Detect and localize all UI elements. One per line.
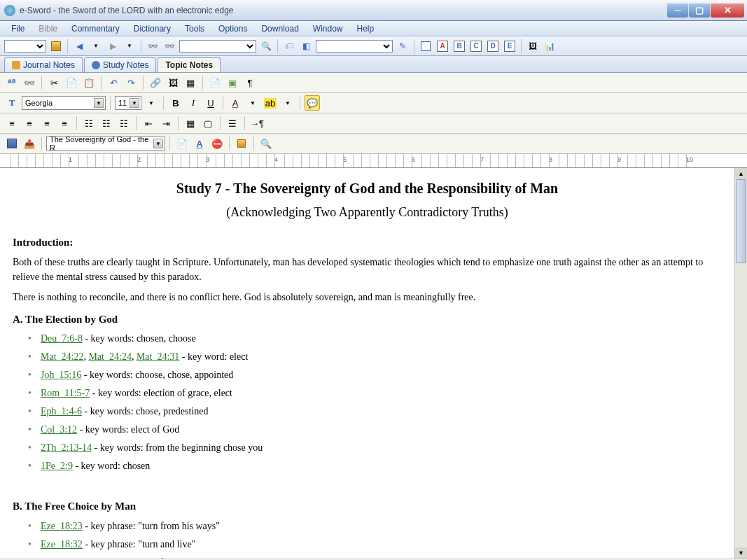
maximize-button[interactable]: ▢: [689, 4, 710, 18]
italic-button[interactable]: I: [186, 95, 201, 111]
close-button[interactable]: ✕: [711, 4, 744, 18]
search-go-icon[interactable]: 🔍: [259, 39, 273, 53]
font-family-combo[interactable]: Georgia ▼: [22, 96, 106, 110]
scripture-link[interactable]: Col_3:12: [41, 424, 77, 435]
chevron-down-icon[interactable]: ▼: [94, 98, 104, 108]
nav-forward-icon[interactable]: ▶: [106, 39, 120, 53]
tooltip-icon[interactable]: 💬: [305, 95, 320, 111]
document-content[interactable]: Study 7 - The Sovereignty of God and the…: [0, 168, 734, 559]
list-bullet-icon[interactable]: ☷: [99, 115, 114, 131]
scripture-link[interactable]: Eze_18:23: [41, 521, 83, 531]
chevron-down-icon[interactable]: ▼: [153, 139, 163, 148]
nav-forward-dropdown[interactable]: ▼: [123, 39, 137, 53]
tab-journal-notes[interactable]: Journal Notes: [4, 57, 83, 72]
align-right-icon[interactable]: ≡: [39, 115, 55, 131]
cut-icon[interactable]: ✂: [46, 75, 62, 90]
ltr-icon[interactable]: →¶: [249, 115, 265, 131]
book-nav-icon[interactable]: [234, 136, 249, 151]
link-icon[interactable]: 🔗: [148, 75, 163, 90]
book-icon[interactable]: [49, 39, 63, 53]
nav-back-dropdown[interactable]: ▼: [89, 39, 103, 53]
scripture-link[interactable]: Deu_7:6-8: [41, 333, 83, 344]
new-topic-icon[interactable]: 📄: [174, 136, 190, 151]
undo-icon[interactable]: ↶: [106, 75, 121, 90]
highlight-apply-icon[interactable]: ✎: [396, 39, 410, 53]
tile-C[interactable]: C: [469, 39, 483, 53]
save-icon[interactable]: [4, 136, 20, 151]
page-icon[interactable]: 📄: [207, 75, 223, 90]
align-justify-icon[interactable]: ≡: [57, 115, 72, 131]
scripture-link[interactable]: Mat_24:24: [88, 351, 131, 362]
border-off-icon[interactable]: ▢: [200, 115, 216, 131]
border-on-icon[interactable]: ▦: [183, 115, 198, 131]
scripture-link[interactable]: Mat_24:22: [41, 351, 83, 362]
binoculars-alt-icon[interactable]: 👓: [162, 39, 176, 53]
delete-topic-icon[interactable]: ⛔: [209, 136, 225, 151]
font-color-dropdown[interactable]: ▼: [245, 95, 260, 111]
tile-E[interactable]: E: [503, 39, 517, 53]
ruler[interactable]: 12345678910: [0, 154, 747, 168]
topic-selector[interactable]: The Sovereignty of God - the R ▼: [46, 136, 165, 150]
rename-topic-icon[interactable]: A: [192, 136, 207, 151]
tile-D[interactable]: D: [486, 39, 500, 53]
chart-icon[interactable]: 📊: [543, 39, 557, 53]
font-color-icon[interactable]: A: [228, 95, 243, 111]
export-icon[interactable]: 📤: [22, 136, 37, 151]
scroll-down-icon[interactable]: ▼: [735, 547, 747, 559]
menu-window[interactable]: Window: [307, 22, 349, 35]
scripture-link[interactable]: 1Pe_2:9: [41, 461, 73, 471]
vertical-scrollbar[interactable]: ▲ ▼: [734, 168, 747, 559]
menu-options[interactable]: Options: [213, 22, 253, 35]
scripture-link[interactable]: Eze_18:32: [41, 539, 83, 550]
scroll-thumb[interactable]: [736, 179, 746, 263]
scripture-link[interactable]: Mat_24:31: [137, 351, 179, 362]
printer-icon[interactable]: ▣: [225, 75, 240, 90]
search-combo[interactable]: [179, 40, 256, 52]
tab-topic-notes[interactable]: Topic Notes: [158, 57, 221, 72]
scripture-link[interactable]: Eze_33:11: [41, 557, 82, 559]
find-icon[interactable]: 👓: [22, 75, 37, 90]
linespacing-icon[interactable]: ☰: [225, 115, 240, 131]
nav-back-icon[interactable]: ◀: [72, 39, 86, 53]
scripture-link[interactable]: Eph_1:4-6: [41, 406, 82, 416]
tile-B[interactable]: B: [452, 39, 466, 53]
list-number-icon[interactable]: ☷: [81, 115, 97, 131]
menu-help[interactable]: Help: [351, 22, 380, 35]
align-center-icon[interactable]: ≡: [22, 115, 37, 131]
tag-icon[interactable]: 🏷: [282, 39, 296, 53]
table-icon[interactable]: ▦: [183, 75, 198, 90]
scripture-link[interactable]: Joh_15:16: [41, 370, 81, 380]
highlight-combo[interactable]: [316, 40, 393, 52]
binoculars-icon[interactable]: 👓: [146, 39, 160, 53]
chevron-down-icon[interactable]: ▼: [130, 98, 139, 108]
window-layout-icon[interactable]: [419, 39, 433, 53]
menu-dictionary[interactable]: Dictionary: [128, 22, 176, 35]
menu-commentary[interactable]: Commentary: [66, 22, 125, 35]
menu-tools[interactable]: Tools: [179, 22, 210, 35]
image-icon[interactable]: 🖼: [165, 75, 181, 90]
indent-icon[interactable]: ⇥: [158, 115, 174, 131]
eraser-icon[interactable]: ◧: [299, 39, 313, 53]
scroll-up-icon[interactable]: ▲: [735, 168, 747, 179]
tab-study-notes[interactable]: Study Notes: [84, 57, 156, 72]
font-size-combo[interactable]: 11 ▼: [115, 96, 141, 110]
menu-file[interactable]: File: [6, 22, 30, 35]
picture-icon[interactable]: 🖼: [526, 39, 540, 53]
menu-bible[interactable]: Bible: [33, 22, 63, 35]
tile-A[interactable]: A: [435, 39, 449, 53]
scripture-link[interactable]: 2Th_2:13-14: [41, 442, 92, 453]
paste-icon[interactable]: 📋: [81, 75, 97, 90]
list-multilevel-icon[interactable]: ☷: [116, 115, 132, 131]
verse-combo[interactable]: [4, 40, 46, 52]
bold-button[interactable]: B: [168, 95, 183, 111]
zoom-icon[interactable]: 🔍: [258, 136, 274, 151]
minimize-button[interactable]: ─: [667, 4, 688, 18]
align-left-icon[interactable]: ≡: [4, 115, 20, 131]
pilcrow-icon[interactable]: ¶: [242, 75, 258, 90]
underline-button[interactable]: U: [203, 95, 218, 111]
spellcheck-icon[interactable]: ᴬᴮ: [4, 75, 20, 90]
highlight-color-icon[interactable]: ab: [263, 95, 278, 111]
redo-icon[interactable]: ↷: [123, 75, 139, 90]
size-dropdown-icon[interactable]: ▼: [144, 95, 159, 111]
outdent-icon[interactable]: ⇤: [141, 115, 156, 131]
